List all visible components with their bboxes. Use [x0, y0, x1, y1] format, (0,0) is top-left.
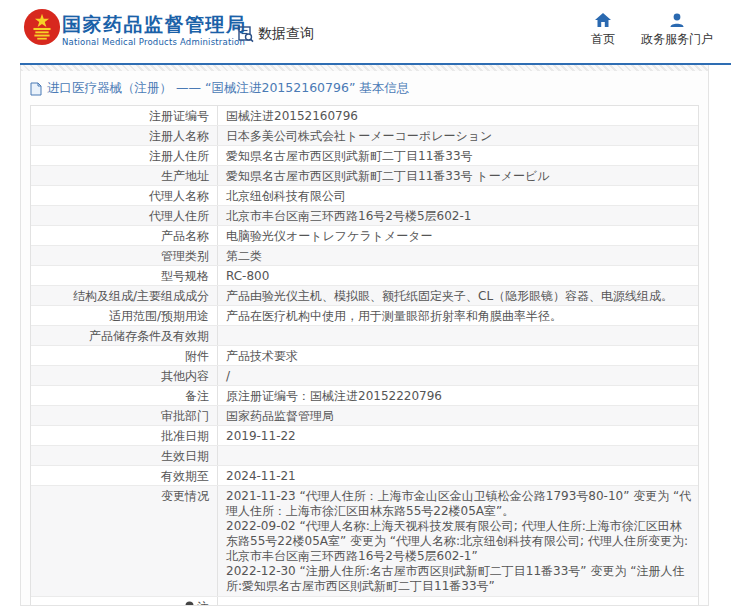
table-row: 生效日期 [31, 446, 698, 466]
row-value: 产品技术要求 [218, 346, 698, 365]
row-label: 代理人名称 [31, 186, 218, 205]
row-value: 国械注进20152160796 [218, 106, 698, 125]
row-label: 变更情况 [31, 486, 218, 596]
table-row: 管理类别 第二类 [31, 246, 698, 266]
row-value: RC-800 [218, 266, 698, 285]
row-value: / [218, 366, 698, 385]
row-value: 愛知県名古屋市西区則武新町二丁目11番33号 トーメービル [218, 166, 698, 185]
row-label: 生产地址 [31, 166, 218, 185]
row-value: 愛知県名古屋市西区則武新町二丁目11番33号 [218, 146, 698, 165]
row-label: 审批部门 [31, 406, 218, 425]
table-row: 型号规格 RC-800 [31, 266, 698, 286]
table-row: 批准日期 2019-11-22 [31, 426, 698, 446]
row-label: 管理类别 [31, 246, 218, 265]
data-query-label: 数据查询 [258, 25, 314, 43]
header-nav: 首页 政务服务门户 [591, 13, 713, 48]
org-name-en: National Medical Products Administration [62, 37, 247, 47]
row-label: 注册证编号 [31, 106, 218, 125]
table-row: 变更情况 2021-11-23 “代理人住所：上海市金山区金山卫镇松金公路179… [31, 486, 698, 597]
row-label: 注册人住所 [31, 146, 218, 165]
org-name-cn: 国家药品监督管理局 [62, 12, 247, 36]
table-row: 生产地址 愛知県名古屋市西区則武新町二丁目11番33号 トーメービル [31, 166, 698, 186]
row-value [218, 326, 698, 345]
table-row: 注册人名称 日本多美公司株式会社トーメーコーポレーション [31, 126, 698, 146]
row-label: 生效日期 [31, 446, 218, 465]
row-value: 电脑验光仪オートレフケラトメーター [218, 226, 698, 245]
row-label: 其他内容 [31, 366, 218, 385]
note-label-cell: 注 [31, 597, 218, 606]
row-value: 2024-11-21 [218, 466, 698, 485]
row-label: 注册人名称 [31, 126, 218, 145]
table-row: 有效期至 2024-11-21 [31, 466, 698, 486]
table-row: 代理人住所 北京市丰台区南三环西路16号2号楼5层602-1 [31, 206, 698, 226]
page-title: 进口医疗器械（注册） —— “国械注进20152160796” 基本信息 [47, 80, 409, 97]
row-value: 2021-11-23 “代理人住所：上海市金山区金山卫镇松金公路1793号80-… [218, 486, 698, 596]
table-row: 注册人住所 愛知県名古屋市西区則武新町二丁目11番33号 [31, 146, 698, 166]
note-label: 注 [197, 600, 209, 606]
row-value: 国家药品监督管理局 [218, 406, 698, 425]
table-row: 备注 原注册证编号：国械注进20152220796 [31, 386, 698, 406]
table-row: 其他内容 / [31, 366, 698, 386]
nav-portal-label: 政务服务门户 [641, 31, 713, 48]
note-row: 注 详情 [31, 597, 698, 606]
row-label: 型号规格 [31, 266, 218, 285]
site-header: 国家药品监督管理局 National Medical Products Admi… [0, 0, 731, 63]
note-icon [185, 601, 194, 606]
table-row: 审批部门 国家药品监督管理局 [31, 406, 698, 426]
row-value: 原注册证编号：国械注进20152220796 [218, 386, 698, 405]
row-label: 适用范围/预期用途 [31, 306, 218, 325]
table-row: 代理人名称 北京纽创科技有限公司 [31, 186, 698, 206]
table-row: 附件 产品技术要求 [31, 346, 698, 366]
table-row: 适用范围/预期用途 产品在医疗机构中使用，用于测量眼部折射率和角膜曲率半径。 [31, 306, 698, 326]
nav-portal[interactable]: 政务服务门户 [641, 13, 713, 48]
row-value: 产品由验光仪主机、模拟眼、额托纸固定夹子、CL（隐形眼镜）容器、电源线组成。 [218, 286, 698, 305]
national-emblem-logo [23, 8, 61, 46]
row-label: 有效期至 [31, 466, 218, 485]
table-row: 结构及组成/主要组成成分 产品由验光仪主机、模拟眼、额托纸固定夹子、CL（隐形眼… [31, 286, 698, 306]
row-value [218, 446, 698, 465]
info-table: 注册证编号 国械注进20152160796 注册人名称 日本多美公司株式会社トー… [30, 105, 699, 606]
user-icon [669, 13, 685, 28]
note-value-cell: 详情 [218, 597, 698, 606]
row-value: 日本多美公司株式会社トーメーコーポレーション [218, 126, 698, 145]
row-label: 附件 [31, 346, 218, 365]
row-label: 产品名称 [31, 226, 218, 245]
row-label: 备注 [31, 386, 218, 405]
brand: 国家药品监督管理局 National Medical Products Admi… [62, 12, 247, 47]
nav-home-label: 首页 [591, 31, 615, 48]
row-label: 批准日期 [31, 426, 218, 445]
nav-data-query[interactable]: 数据查询 [237, 25, 314, 43]
nav-home[interactable]: 首页 [591, 13, 615, 48]
table-row: 产品储存条件及有效期 [31, 326, 698, 346]
row-label: 结构及组成/主要组成成分 [31, 286, 218, 305]
document-icon [30, 82, 42, 96]
content-panel: 进口医疗器械（注册） —— “国械注进20152160796” 基本信息 注册证… [20, 65, 709, 606]
table-row: 产品名称 电脑验光仪オートレフケラトメーター [31, 226, 698, 246]
row-label: 代理人住所 [31, 206, 218, 225]
data-query-icon [237, 25, 255, 43]
page-title-bar: 进口医疗器械（注册） —— “国械注进20152160796” 基本信息 [21, 71, 708, 105]
row-value: 北京纽创科技有限公司 [218, 186, 698, 205]
row-value: 北京市丰台区南三环西路16号2号楼5层602-1 [218, 206, 698, 225]
row-value: 2019-11-22 [218, 426, 698, 445]
row-label: 产品储存条件及有效期 [31, 326, 218, 345]
row-value: 产品在医疗机构中使用，用于测量眼部折射率和角膜曲率半径。 [218, 306, 698, 325]
row-value: 第二类 [218, 246, 698, 265]
table-row: 注册证编号 国械注进20152160796 [31, 106, 698, 126]
home-icon [595, 13, 611, 28]
